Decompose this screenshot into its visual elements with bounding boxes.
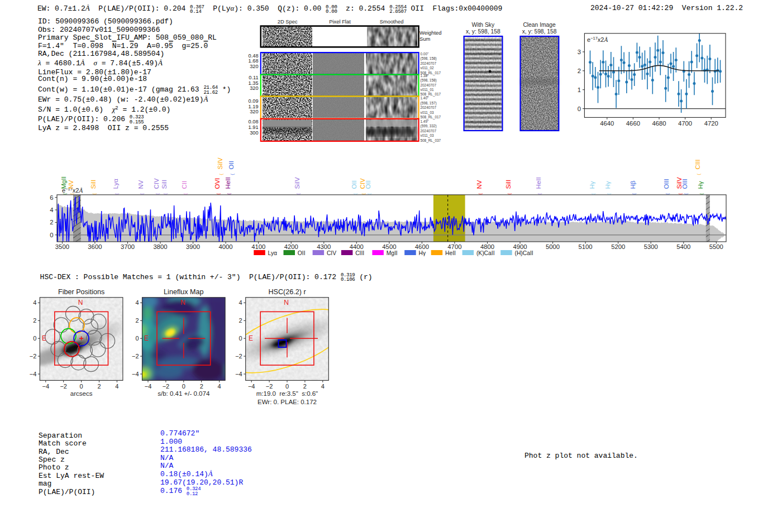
svg-text:3900: 3900 [186,243,200,250]
svg-text:{: { [139,193,144,195]
svg-text:E: E [144,334,149,342]
svg-text:Weighted: Weighted [419,30,441,36]
svg-text:SiIV: SiIV [217,157,223,169]
svg-text:1.38": 1.38" [421,74,429,78]
svg-text:{: { [230,174,235,175]
svg-text:HeII: HeII [445,250,456,256]
svg-text:{: { [295,193,301,195]
svg-text:SiII: SiII [90,180,97,189]
svg-text:NV: NV [476,180,483,189]
svg-text:{: { [507,193,512,195]
svg-text:N: N [284,299,289,306]
svg-text:320: 320 [250,64,258,69]
svg-text:{: { [361,193,366,195]
svg-text:3: 3 [578,49,581,55]
svg-text:0: 0 [33,335,36,342]
svg-text:s/b: 0.41 +/- 0.074: s/b: 0.41 +/- 0.074 [158,390,210,397]
svg-text:3500: 3500 [55,243,69,250]
svg-text:−2: −2 [235,353,242,360]
svg-text:0.08: 0.08 [249,119,259,124]
svg-text:{: { [590,193,595,195]
svg-text:{: { [114,193,119,195]
svg-text:4900: 4900 [513,243,527,250]
svg-text:−2: −2 [266,383,273,390]
svg-text:{: { [352,193,357,195]
svg-text:300: 300 [250,130,258,136]
svg-text:1.68: 1.68 [249,58,259,64]
svg-text:Hγ: Hγ [419,250,426,256]
svg-text:−2: −2 [163,383,170,390]
svg-text:{: { [155,193,160,195]
svg-text:508_RL_017: 508_RL_017 [421,115,441,119]
svg-text:{: { [537,193,542,195]
svg-text:5000: 5000 [546,243,560,250]
svg-text:2: 2 [135,317,139,324]
svg-text:Sum: Sum [419,36,430,42]
svg-text:4700: 4700 [678,120,692,127]
svg-text:OII: OII [228,161,235,169]
svg-text:20240707: 20240707 [421,129,437,133]
svg-text:N: N [78,299,83,306]
svg-text:4: 4 [218,383,221,390]
svg-text:Clean Image: Clean Image [523,22,556,28]
svg-text:v011_03: v011_03 [421,111,434,115]
svg-text:4: 4 [115,383,118,390]
svg-text:{: { [678,193,683,195]
svg-text:(598, 158): (598, 158) [421,78,437,83]
svg-text:4660: 4660 [626,120,640,127]
svg-text:1.19: 1.19 [249,104,259,109]
svg-text:{: { [226,193,231,195]
svg-text:4700: 4700 [447,243,461,250]
svg-text:6: 6 [50,194,53,201]
svg-text:4: 4 [33,299,36,306]
svg-text:0: 0 [50,232,53,238]
svg-text:4100: 4100 [251,243,265,250]
svg-text:3800: 3800 [153,243,167,250]
svg-text:4000: 4000 [219,243,233,250]
svg-text:4: 4 [321,383,325,390]
svg-text:With Sky: With Sky [471,22,494,28]
svg-text:(598, 158): (598, 158) [421,56,437,61]
svg-text:OII: OII [365,180,371,189]
svg-text:CIV: CIV [327,250,336,256]
svg-text:(598, 157): (598, 157) [421,101,437,106]
svg-text:5300: 5300 [644,243,658,250]
svg-text:2: 2 [97,383,101,390]
svg-text:Fiber Positions: Fiber Positions [58,288,104,296]
svg-text:1.35: 1.35 [249,80,259,86]
svg-text:20240707: 20240707 [421,106,437,109]
svg-text:Lyα: Lyα [112,179,119,189]
svg-text:MgII: MgII [387,250,398,256]
svg-text:Hβ: Hβ [630,180,636,189]
svg-text:4200: 4200 [284,243,298,250]
svg-text:320: 320 [250,109,258,114]
svg-text:2: 2 [50,219,53,226]
svg-text:Lineflux Map: Lineflux Map [164,288,203,296]
svg-text:5100: 5100 [579,243,593,250]
svg-text:320: 320 [250,85,258,91]
svg-text:1.49": 1.49" [421,119,429,123]
svg-text:OVI: OVI [214,178,221,189]
svg-text:2: 2 [200,383,203,390]
svg-text:0.09: 0.09 [249,98,259,104]
svg-text:CII: CII [181,181,188,189]
svg-text:3700: 3700 [121,243,135,250]
svg-text:{: { [699,193,704,195]
svg-text:−4: −4 [235,371,242,377]
svg-text:{: { [606,193,611,195]
svg-text:2: 2 [33,317,36,324]
svg-text:Pixel Flat: Pixel Flat [329,18,351,25]
svg-text:NV: NV [68,180,74,189]
svg-text:0: 0 [578,106,581,112]
svg-text:0: 0 [285,383,289,390]
svg-text:SiII: SiII [161,180,168,189]
svg-text:5400: 5400 [676,243,690,250]
svg-text:{: { [683,193,688,195]
svg-text:{: { [92,193,97,195]
svg-text:4800: 4800 [480,243,494,250]
svg-text:5200: 5200 [611,243,625,250]
svg-text:CIII: CIII [355,250,364,256]
svg-text:4720: 4720 [704,120,718,127]
svg-text:{: { [478,193,483,195]
svg-text:3600: 3600 [88,243,102,250]
